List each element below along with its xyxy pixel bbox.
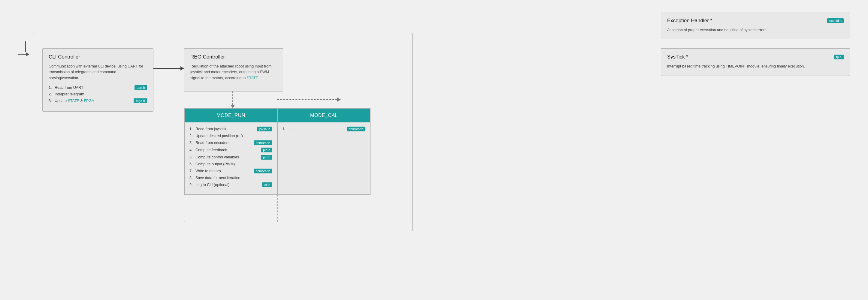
cli-item-2-text: 2. Interpret telegram (49, 92, 147, 96)
mode-cal-box: MODE_CAL 1. … dcmotor.h (277, 108, 371, 195)
down-arrow-container (184, 92, 403, 108)
cli-item-3-tag: fpga.h (134, 98, 147, 103)
reg-state-link: STATE (247, 76, 258, 80)
modes-bottom-extension (184, 195, 403, 222)
cli-to-reg-arrow (153, 66, 184, 70)
down-dashed-line (232, 92, 233, 105)
cli-desc: Communication with external CLI device, … (49, 64, 147, 81)
cli-state-link: STATE (68, 99, 79, 103)
modes-inner-box: MODE_RUN 1. Read from joystick joystk.h … (184, 108, 403, 222)
mode-run-tag-3: dcmotor.h (254, 140, 272, 145)
mode-run-item-7: 7. Write to motors dcmotor.h (189, 169, 272, 173)
down-dashed-arrow (230, 92, 235, 108)
cli-list: 1. Read from UART uart.h 2. Interpret te… (49, 85, 147, 103)
mode-cal-tag-1: dcmotor.h (347, 127, 365, 131)
entry-v-line (25, 41, 26, 52)
cli-item-1-tag: uart.h (134, 85, 147, 90)
reg-controller-box: REG Controller Regulation of the attache… (184, 48, 283, 92)
diagram-area: CLI Controller Communication with extern… (18, 21, 850, 231)
reg-desc: Regulation of the attached robot using i… (190, 64, 277, 81)
cli-to-reg-head (181, 66, 184, 70)
cli-fpga-link: FPGA (84, 99, 94, 103)
mode-run-item-5: 5. Compute control variables pid.h (189, 155, 272, 160)
mode-run-item-3: 3. Read from encoders dcmotor.h (189, 140, 272, 145)
down-dashed-head (230, 105, 235, 108)
dashed-h-head (337, 98, 341, 102)
cli-item-2: 2. Interpret telegram (49, 92, 147, 96)
entry-arrowhead (26, 52, 29, 57)
mode-run-list: 1. Read from joystick joystk.h 2. Update… (189, 127, 272, 187)
mode-divider-dashed (277, 195, 278, 222)
cli-item-1: 1. Read from UART uart.h (49, 85, 147, 90)
entry-h-arrow (18, 52, 29, 57)
main-diagram-box: CLI Controller Communication with extern… (33, 33, 412, 231)
mode-cal-list: 1. … dcmotor.h (282, 127, 365, 131)
mode-run-item-9: 9. Log to CLI (optional) cli.h (189, 182, 272, 187)
mode-run-item-8: 8. Save data for next iteration (189, 176, 272, 180)
mode-cal-body: 1. … dcmotor.h (278, 123, 370, 139)
cli-item-1-text: 1. Read from UART (49, 86, 132, 90)
cli-item-3-text: 3. Update STATE & FPGA (49, 99, 131, 103)
canvas: Exception Handler * exchdl.h Assertion o… (0, 0, 868, 300)
mode-run-tag-4: pid.h (261, 147, 272, 153)
reg-title: REG Controller (190, 54, 277, 60)
mode-run-tag-7: dcmotor.h (254, 169, 272, 173)
mode-run-tag-5: pid.h (261, 155, 272, 160)
cli-to-reg-line (153, 68, 181, 69)
dashed-h-connector (277, 98, 341, 102)
mode-run-tag-9: cli.h (262, 182, 272, 187)
mode-run-box: MODE_RUN 1. Read from joystick joystk.h … (184, 108, 277, 195)
mode-run-header: MODE_RUN (185, 109, 277, 123)
modes-inner-top: MODE_RUN 1. Read from joystick joystk.h … (184, 108, 403, 195)
entry-arrow (18, 41, 33, 57)
mode-run-tag-1: joystk.h (257, 127, 272, 131)
entry-h-line (18, 54, 26, 55)
mode-run-item-6: 6. Compute output (PWM) (189, 162, 272, 166)
dashed-h-line (277, 99, 337, 100)
reg-section: REG Controller Regulation of the attache… (184, 42, 403, 222)
mode-run-item-4: 4. Compute feedback pid.h (189, 147, 272, 153)
mode-cal-item-1: 1. … dcmotor.h (282, 127, 365, 131)
mode-run-item-2: 2. Update desired position (ref) (189, 134, 272, 138)
cli-title: CLI Controller (49, 54, 147, 60)
mode-run-body: 1. Read from joystick joystk.h 2. Update… (185, 123, 277, 194)
mode-run-item-1: 1. Read from joystick joystk.h (189, 127, 272, 131)
mode-cal-header: MODE_CAL (278, 109, 370, 123)
cli-controller-box: CLI Controller Communication with extern… (42, 48, 153, 111)
cli-item-3: 3. Update STATE & FPGA fpga.h (49, 98, 147, 103)
